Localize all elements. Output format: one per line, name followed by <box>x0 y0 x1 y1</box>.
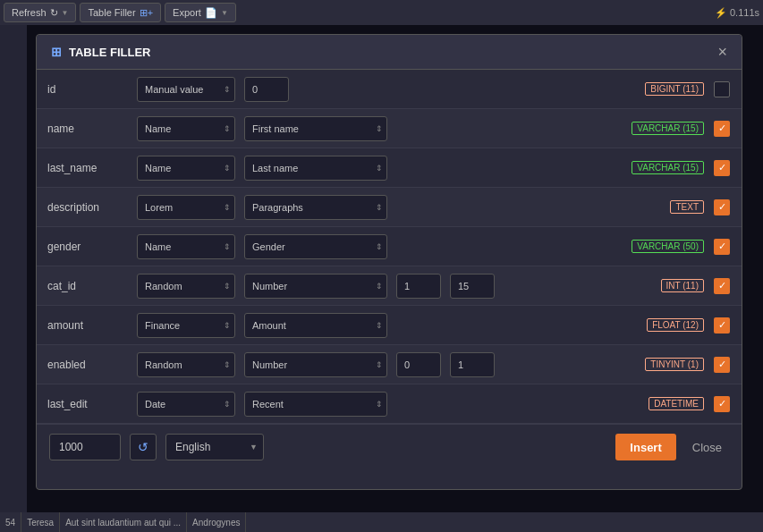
type1-select-wrap-gender: Name⇕ <box>137 234 235 259</box>
checkbox-description[interactable]: ✓ <box>713 198 731 216</box>
bottom-cell-3: Androgynes <box>187 512 246 532</box>
data-type-badge-name: VARCHAR (15) <box>632 122 704 135</box>
type2-select-last_edit[interactable]: Recent <box>244 392 387 417</box>
insert-button[interactable]: Insert <box>615 434 675 460</box>
type2-select-wrap-last_edit: Recent⇕ <box>244 392 387 417</box>
checkbox-id[interactable] <box>713 80 731 98</box>
table-filler-button[interactable]: Table Filler ⊞+ <box>80 3 161 22</box>
refresh-label: Refresh <box>12 7 47 18</box>
top-toolbar: Refresh ↻ ▼ Table Filler ⊞+ Export 📄 ▼ ⚡… <box>0 0 763 25</box>
modal-overlay: ⊞ TABLE FILLER × idManual value⇕BIGINT (… <box>27 25 763 512</box>
filler-row-last_edit: last_editDate⇕Recent⇕DATETIME✓ <box>37 384 742 424</box>
left-sidebar <box>0 25 27 532</box>
type1-select-amount[interactable]: Finance <box>137 313 235 338</box>
bottom-bar: 54 Teresa Aut sint laudantium aut qui ..… <box>0 512 763 532</box>
type1-select-cat_id[interactable]: Random <box>137 274 235 299</box>
bottom-cell-1: Teresa <box>21 512 60 532</box>
type2-select-cat_id[interactable]: Number <box>244 274 387 299</box>
type1-select-wrap-cat_id: Random⇕ <box>137 274 235 299</box>
type1-select-id[interactable]: Manual value <box>137 77 235 102</box>
export-dropdown-icon[interactable]: ▼ <box>221 9 228 17</box>
type1-select-wrap-amount: Finance⇕ <box>137 313 235 338</box>
export-label: Export <box>173 7 201 18</box>
type2-select-description[interactable]: Paragraphs <box>244 195 387 220</box>
checkbox-name[interactable]: ✓ <box>713 120 731 138</box>
filler-row-cat_id: cat_idRandom⇕Number⇕INT (11)✓ <box>37 266 742 306</box>
data-type-badge-last_edit: DATETIME <box>649 397 704 410</box>
language-select[interactable]: English French Spanish German <box>165 434 264 460</box>
data-type-badge-amount: FLOAT (12) <box>647 318 704 332</box>
min-value-enabled[interactable] <box>396 352 441 377</box>
field-name-last_name: last_name <box>47 162 128 174</box>
table-filler-icon: ⊞+ <box>140 7 153 19</box>
type1-select-wrap-description: Lorem⇕ <box>137 195 235 220</box>
type2-select-enabled[interactable]: Number <box>244 352 387 377</box>
type1-select-description[interactable]: Lorem <box>137 195 235 220</box>
max-value-enabled[interactable] <box>450 352 495 377</box>
data-type-badge-cat_id: INT (11) <box>661 279 705 292</box>
type2-select-gender[interactable]: Gender <box>244 234 387 259</box>
row-count-input[interactable] <box>49 434 121 460</box>
type1-select-gender[interactable]: Name <box>137 234 235 259</box>
refresh-button[interactable]: Refresh ↻ ▼ <box>4 3 76 22</box>
modal-close-button[interactable]: × <box>717 44 727 60</box>
checked-icon-last_name: ✓ <box>714 160 730 176</box>
refresh-dropdown-icon[interactable]: ▼ <box>62 9 69 17</box>
type1-select-last_name[interactable]: Name <box>137 156 235 181</box>
data-type-badge-enabled: TINYINT (1) <box>645 358 704 371</box>
filler-row-name: nameName⇕First name⇕VARCHAR (15)✓ <box>37 109 742 148</box>
filler-row-enabled: enabledRandom⇕Number⇕TINYINT (1)✓ <box>37 345 742 384</box>
checked-icon-enabled: ✓ <box>714 357 730 373</box>
field-name-amount: amount <box>47 319 128 332</box>
field-name-gender: gender <box>47 241 128 253</box>
type2-select-wrap-amount: Amount⇕ <box>244 313 387 338</box>
max-value-cat_id[interactable] <box>450 274 495 299</box>
type2-select-wrap-cat_id: Number⇕ <box>244 274 387 299</box>
table-filler-title-icon: ⊞ <box>51 45 62 59</box>
filler-rows-container: idManual value⇕BIGINT (11)nameName⇕First… <box>37 70 742 424</box>
data-type-badge-gender: VARCHAR (50) <box>632 240 704 253</box>
modal-header: ⊞ TABLE FILLER × <box>37 35 742 70</box>
field-name-last_edit: last_edit <box>47 398 128 410</box>
field-name-enabled: enabled <box>47 359 128 371</box>
footer-close-button[interactable]: Close <box>685 434 729 460</box>
checkbox-gender[interactable]: ✓ <box>713 238 731 256</box>
type1-select-wrap-id: Manual value⇕ <box>137 77 235 102</box>
checked-icon-description: ✓ <box>714 199 730 215</box>
type2-select-wrap-enabled: Number⇕ <box>244 352 387 377</box>
table-filler-label: Table Filler <box>88 7 135 18</box>
type1-select-wrap-name: Name⇕ <box>137 116 235 141</box>
language-select-wrap: English French Spanish German ▼ <box>165 434 264 460</box>
checkbox-last_name[interactable]: ✓ <box>713 159 731 177</box>
type2-select-wrap-description: Paragraphs⇕ <box>244 195 387 220</box>
unchecked-icon-id <box>714 81 730 97</box>
bottom-cell-2: Aut sint laudantium aut qui ... <box>60 512 187 532</box>
checked-icon-gender: ✓ <box>714 239 730 255</box>
type2-select-wrap-last_name: Last name⇕ <box>244 156 387 181</box>
modal-title: ⊞ TABLE FILLER <box>51 45 150 59</box>
type1-select-wrap-enabled: Random⇕ <box>137 352 235 377</box>
type2-select-amount[interactable]: Amount <box>244 313 387 338</box>
checkbox-amount[interactable]: ✓ <box>713 317 731 334</box>
checkbox-cat_id[interactable]: ✓ <box>713 277 731 295</box>
filler-row-gender: genderName⇕Gender⇕VARCHAR (50)✓ <box>37 227 742 266</box>
manual-value-id[interactable] <box>244 77 289 102</box>
type1-select-name[interactable]: Name <box>137 116 235 141</box>
checked-icon-name: ✓ <box>714 121 730 137</box>
data-type-badge-id: BIGINT (11) <box>645 82 704 96</box>
field-name-name: name <box>47 122 128 135</box>
field-name-id: id <box>47 83 128 96</box>
type2-select-last_name[interactable]: Last name <box>244 156 387 181</box>
type2-select-name[interactable]: First name <box>244 116 387 141</box>
footer-refresh-button[interactable]: ↺ <box>130 434 157 460</box>
type1-select-last_edit[interactable]: Date <box>137 392 235 417</box>
export-button[interactable]: Export 📄 ▼ <box>165 3 236 22</box>
timer-display: ⚡ 0.111s <box>715 7 759 19</box>
field-name-cat_id: cat_id <box>47 280 128 292</box>
type1-select-enabled[interactable]: Random <box>137 352 235 377</box>
type1-select-wrap-last_edit: Date⇕ <box>137 392 235 417</box>
checkbox-enabled[interactable]: ✓ <box>713 356 731 374</box>
checkbox-last_edit[interactable]: ✓ <box>713 395 731 413</box>
filler-row-description: descriptionLorem⇕Paragraphs⇕TEXT✓ <box>37 188 742 227</box>
min-value-cat_id[interactable] <box>396 274 441 299</box>
